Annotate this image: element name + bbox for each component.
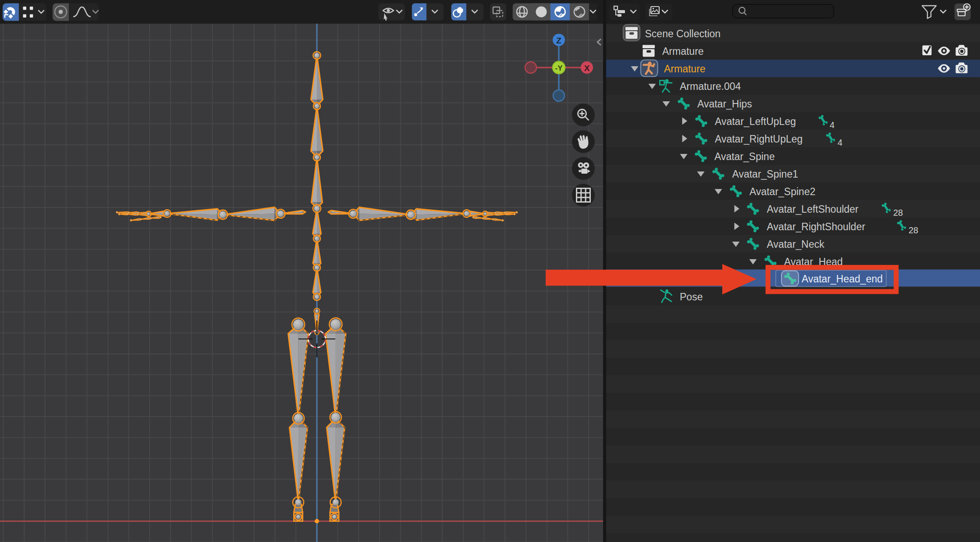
svg-text:28: 28 bbox=[893, 208, 903, 218]
svg-text:Avatar_Hips: Avatar_Hips bbox=[697, 98, 752, 110]
svg-text:28: 28 bbox=[909, 225, 918, 235]
svg-text:Armature: Armature bbox=[664, 63, 706, 75]
svg-text:Armature: Armature bbox=[662, 46, 704, 57]
svg-text:4: 4 bbox=[830, 120, 834, 130]
svg-text:Armature.004: Armature.004 bbox=[680, 81, 741, 92]
svg-text:Pose: Pose bbox=[680, 291, 703, 303]
svg-text:Avatar_Neck: Avatar_Neck bbox=[767, 239, 825, 250]
svg-text:4: 4 bbox=[838, 138, 842, 147]
svg-text:Avatar_LeftShoulder: Avatar_LeftShoulder bbox=[767, 203, 859, 215]
svg-text:X: X bbox=[584, 64, 590, 73]
svg-text:-Y: -Y bbox=[555, 64, 563, 72]
svg-text:Avatar_LeftUpLeg: Avatar_LeftUpLeg bbox=[715, 116, 796, 127]
svg-text:Scene Collection: Scene Collection bbox=[645, 28, 721, 39]
svg-text:Z: Z bbox=[556, 36, 561, 45]
svg-text:Avatar_Spine2: Avatar_Spine2 bbox=[749, 186, 815, 197]
svg-text:Avatar_Spine1: Avatar_Spine1 bbox=[732, 168, 798, 180]
svg-text:Avatar_RightShoulder: Avatar_RightShoulder bbox=[767, 221, 866, 232]
svg-text:Avatar_RightUpLeg: Avatar_RightUpLeg bbox=[715, 133, 802, 145]
svg-text:Avatar_Head_end: Avatar_Head_end bbox=[802, 273, 883, 285]
svg-text:Avatar_Spine: Avatar_Spine bbox=[714, 151, 775, 162]
